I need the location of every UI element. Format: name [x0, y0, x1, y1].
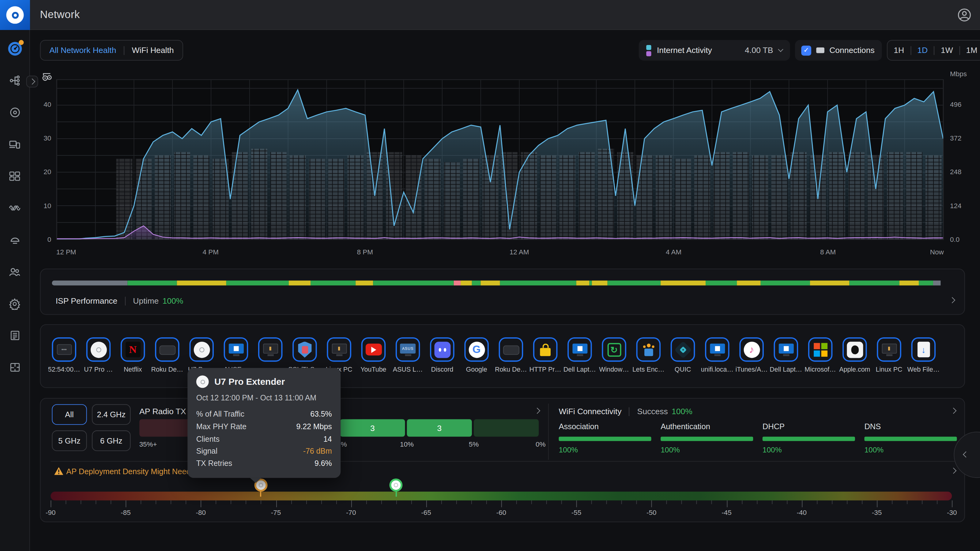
traffic-inspection-icon[interactable]: [41, 72, 52, 84]
sidebar-item-users[interactable]: [7, 264, 22, 279]
client-tile[interactable]: QUIC: [671, 337, 695, 373]
unifi-logo[interactable]: [0, 0, 30, 30]
winpc-icon: [774, 337, 799, 362]
sidebar-item-floorplan[interactable]: [7, 360, 22, 375]
client-tile[interactable]: •••52:54:00…: [52, 337, 76, 373]
wifi-metric-bar: [660, 437, 753, 441]
tooltip-row: % of All Traffic63.5%: [196, 409, 332, 421]
tab-wifi-health[interactable]: WiFi Health: [132, 46, 173, 55]
sidebar-item-dashboard[interactable]: [7, 41, 22, 56]
band-filter-5ghz[interactable]: 5 GHz: [52, 430, 87, 451]
client-tile[interactable]: U7 Pro …: [86, 337, 111, 373]
wifi-connectivity-chevron[interactable]: [950, 408, 956, 414]
tablet-icon: •••: [52, 337, 76, 362]
scale-tick: [171, 500, 172, 504]
time-range-1m[interactable]: 1M: [960, 46, 980, 55]
time-range-1w[interactable]: 1W: [935, 46, 959, 55]
ap-density-chevron[interactable]: [950, 468, 956, 474]
wifi-metric-bar: [762, 437, 855, 441]
traffic-chart[interactable]: [56, 79, 944, 240]
sidebar-item-settings[interactable]: [7, 296, 22, 311]
isp-segment-pink: [454, 280, 461, 285]
isp-segment-green: [761, 280, 810, 285]
isp-segment-gray: [52, 280, 128, 285]
wifi-metric-label: Authentication: [660, 422, 754, 431]
connections-checkbox[interactable]: ✓: [801, 45, 811, 56]
scale-tick: [231, 500, 232, 504]
apple-icon: [843, 337, 867, 362]
wifi-metric-bar: [864, 437, 957, 441]
client-tile[interactable]: SSL/TLS…: [293, 337, 317, 373]
client-tile[interactable]: ↻Window…: [602, 337, 626, 373]
band-filter-all[interactable]: All: [52, 404, 87, 425]
sidebar-item-clients[interactable]: [7, 137, 22, 152]
band-filter-6ghz[interactable]: 6 GHz: [92, 430, 131, 451]
client-tile[interactable]: Apple.com: [843, 337, 867, 373]
scale-tick: [366, 500, 367, 504]
client-tile[interactable]: ASUSASUS L…: [396, 337, 420, 373]
tab-all-network-health[interactable]: All Network Health: [49, 46, 116, 55]
sidebar-item-topology[interactable]: [7, 73, 22, 88]
client-tile[interactable]: Lets Enc…: [636, 337, 661, 373]
isp-segment-yellow: [810, 280, 849, 285]
client-tile[interactable]: ↓Web File…: [912, 337, 936, 373]
user-avatar-icon[interactable]: [958, 8, 971, 22]
client-tile[interactable]: [258, 337, 283, 373]
client-tile[interactable]: Roku De…: [499, 337, 523, 373]
client-tile[interactable]: HTTP Pr…: [533, 337, 558, 373]
client-tile[interactable]: U7 Pro…: [189, 337, 214, 373]
connections-toggle[interactable]: ✓ Connections: [795, 40, 882, 60]
sidebar-item-logs[interactable]: [7, 328, 22, 343]
client-tile[interactable]: Dell Lapt…: [568, 337, 592, 373]
client-tile[interactable]: NNetflix: [121, 337, 145, 373]
client-tile[interactable]: YouTube: [361, 337, 386, 373]
time-range-1h[interactable]: 1H: [888, 46, 910, 55]
traffic-legend-icon: [646, 45, 651, 56]
isp-segment-green: [706, 280, 737, 285]
scale-tick-label: -45: [722, 508, 731, 516]
internet-activity-selector[interactable]: Internet Activity 4.00 TB: [639, 40, 790, 60]
client-tile[interactable]: ♪iTunes/A…: [739, 337, 764, 373]
scale-tick: [396, 500, 396, 504]
band-filter-24ghz[interactable]: 2.4 GHz: [92, 404, 131, 425]
tooltip-title: U7 Pro Extender: [215, 377, 285, 387]
client-tile-label: iTunes/A…: [734, 365, 769, 373]
success-value: 100%: [671, 407, 692, 416]
wifi-metric-label: DNS: [864, 422, 958, 431]
itunes-icon: ♪: [739, 337, 764, 362]
client-tile[interactable]: GGoogle: [464, 337, 489, 373]
sidebar-item-insights[interactable]: [7, 232, 22, 247]
client-tile-label: Apple.com: [838, 365, 872, 373]
client-tile-label: Microsof…: [803, 365, 837, 373]
isp-segment-yellow: [737, 280, 761, 285]
winupdate-icon: ↻: [602, 337, 626, 362]
client-tile[interactable]: Linux PC: [877, 337, 901, 373]
sidebar-item-radios[interactable]: [7, 200, 22, 216]
winpc-icon: [224, 337, 248, 362]
ap-marker[interactable]: [390, 478, 403, 492]
scale-tick: [95, 500, 96, 504]
sidebar-item-devices[interactable]: [7, 105, 22, 120]
expand-panel-button[interactable]: [26, 76, 38, 87]
client-tile[interactable]: Microsof…: [808, 337, 833, 373]
client-tile[interactable]: Discord: [430, 337, 455, 373]
wifi-metric-dns: DNS100%: [864, 422, 958, 454]
client-tile-label: Discord: [425, 365, 460, 373]
client-tile[interactable]: Roku De…: [155, 337, 180, 373]
scale-tick: [697, 500, 697, 504]
wifi-metric-value: 100%: [762, 445, 856, 454]
scale-tick: [862, 500, 862, 504]
client-tile[interactable]: Dell Lapt…: [774, 337, 799, 373]
scale-tick: [667, 500, 667, 504]
ap-icon: [189, 337, 214, 362]
ap-radio-chevron[interactable]: [534, 408, 540, 414]
client-tile[interactable]: Linux PC: [327, 337, 351, 373]
client-tile[interactable]: AUSE…: [224, 337, 248, 373]
isp-details-chevron[interactable]: [949, 297, 955, 303]
client-tile[interactable]: unifi.loca…: [705, 337, 730, 373]
x-axis-tick: 4 AM: [666, 248, 681, 255]
asus-icon: ASUS: [396, 337, 420, 362]
time-range-1d[interactable]: 1D: [911, 46, 934, 55]
wifi-metric-label: DHCP: [762, 422, 856, 431]
sidebar-item-ports[interactable]: [7, 169, 22, 184]
